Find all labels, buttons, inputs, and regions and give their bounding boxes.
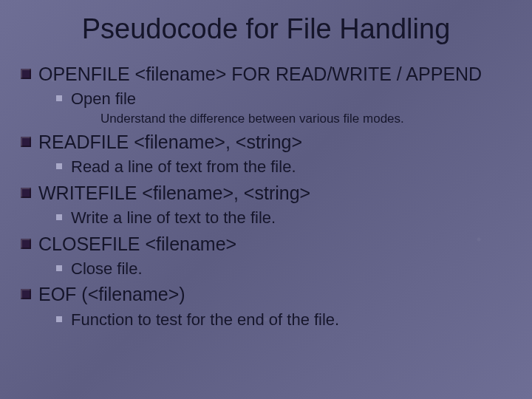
- bullet-level2: Function to test for the end of the file…: [56, 310, 511, 330]
- bullet-level2: Close file.: [56, 259, 511, 279]
- bullet-text: Open file: [71, 89, 136, 109]
- bullet-level1: CLOSEFILE <filename>: [21, 233, 511, 256]
- bullet-level2: Write a line of text to the file.: [56, 208, 511, 228]
- bullet-text: WRITEFILE <filename>, <string>: [38, 182, 310, 205]
- bullet-level1: READFILE <filename>, <string>: [21, 131, 511, 154]
- bullet-level1: OPENFILE <filename> FOR READ/WRITE / APP…: [21, 63, 511, 86]
- square-bullet-icon: [21, 239, 31, 249]
- bullet-level1: WRITEFILE <filename>, <string>: [21, 182, 511, 205]
- bullet-text: Function to test for the end of the file…: [71, 310, 339, 330]
- bullet-text: CLOSEFILE <filename>: [38, 233, 236, 256]
- bullet-text: Read a line of text from the file.: [71, 157, 296, 177]
- bullet-text: Write a line of text to the file.: [71, 208, 276, 228]
- bullet-text: EOF (<filename>): [38, 283, 185, 306]
- slide-title: Pseudocode for File Handling: [21, 13, 511, 45]
- square-bullet-icon: [21, 289, 31, 299]
- slide: Pseudocode for File Handling OPENFILE <f…: [0, 0, 532, 399]
- bullet-text: READFILE <filename>, <string>: [38, 131, 302, 154]
- bullet-text: Understand the difference between variou…: [100, 111, 404, 126]
- small-square-bullet-icon: [56, 265, 62, 271]
- bullet-level3: Understand the difference between variou…: [100, 111, 511, 126]
- square-bullet-icon: [21, 188, 31, 198]
- square-bullet-icon: [21, 69, 31, 79]
- bullet-level2: Open file: [56, 89, 511, 109]
- bullet-level2: Read a line of text from the file.: [56, 157, 511, 177]
- bullet-text: Close file.: [71, 259, 143, 279]
- small-square-bullet-icon: [56, 163, 62, 169]
- bullet-level1: EOF (<filename>): [21, 283, 511, 306]
- small-square-bullet-icon: [56, 95, 62, 101]
- square-bullet-icon: [21, 137, 31, 147]
- small-square-bullet-icon: [56, 316, 62, 322]
- small-square-bullet-icon: [56, 214, 62, 220]
- bullet-text: OPENFILE <filename> FOR READ/WRITE / APP…: [38, 63, 482, 86]
